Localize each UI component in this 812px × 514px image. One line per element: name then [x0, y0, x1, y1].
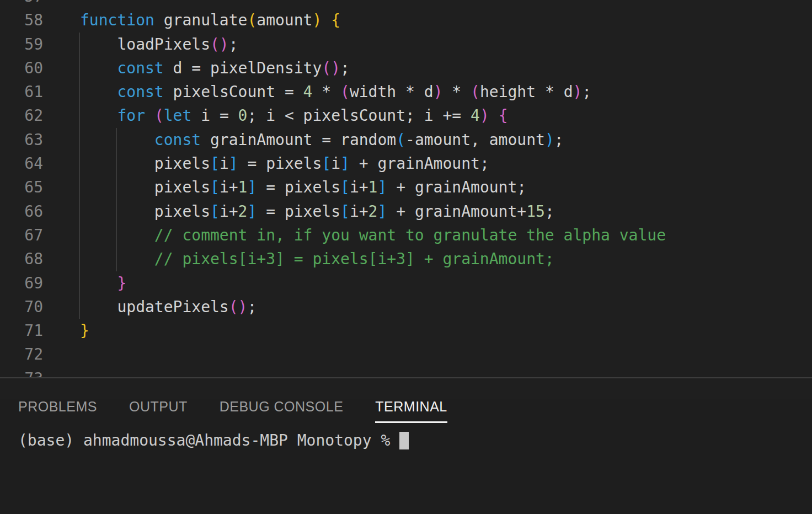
code-line: 59 loadPixels();: [0, 33, 812, 56]
code-line: 57: [0, 0, 812, 8]
code-line: 71}: [0, 319, 812, 342]
code-line-content: updatePixels();: [80, 295, 257, 319]
code-line: 66 pixels[i+2] = pixels[i+2] + grainAmou…: [0, 200, 812, 223]
tab-terminal[interactable]: TERMINAL: [375, 399, 447, 423]
line-number: 60: [0, 56, 43, 80]
line-number: 70: [0, 295, 43, 319]
line-number: 71: [0, 319, 43, 342]
code-line: 68 // pixels[i+3] = pixels[i+3] + grainA…: [0, 247, 812, 271]
code-line-content: const grainAmount = random(-amount, amou…: [80, 128, 564, 152]
line-number: 58: [0, 8, 43, 32]
code-line: 70 updatePixels();: [0, 295, 812, 319]
code-line: 63 const grainAmount = random(-amount, a…: [0, 128, 812, 152]
code-line-content: pixels[i+1] = pixels[i+1] + grainAmount;: [80, 175, 526, 199]
code-line-content: pixels[i+2] = pixels[i+2] + grainAmount+…: [80, 200, 554, 223]
code-line: 67 // comment in, if you want to granula…: [0, 223, 812, 247]
code-line-content: const d = pixelDensity();: [80, 56, 350, 80]
panel-divider[interactable]: [0, 377, 812, 378]
code-line: 73: [0, 367, 812, 377]
tab-problems[interactable]: PROBLEMS: [18, 399, 97, 423]
indent-guide: [79, 33, 80, 319]
line-number: 61: [0, 80, 43, 104]
code-line-content: loadPixels();: [80, 33, 238, 56]
code-line: 58function granulate(amount) {: [0, 8, 812, 32]
terminal[interactable]: (base) ahmadmoussa@Ahmads-MBP Monotopy %: [0, 432, 812, 449]
code-line-content: for (let i = 0; i < pixelsCount; i += 4)…: [80, 104, 507, 127]
line-number: 67: [0, 223, 43, 247]
panel-tabs: PROBLEMS OUTPUT DEBUG CONSOLE TERMINAL: [0, 399, 812, 423]
bottom-panel: PROBLEMS OUTPUT DEBUG CONSOLE TERMINAL (…: [0, 399, 812, 514]
line-number: 57: [0, 0, 43, 8]
code-line-content: // pixels[i+3] = pixels[i+3] + grainAmou…: [80, 247, 554, 271]
line-number: 68: [0, 247, 43, 271]
line-number: 65: [0, 175, 43, 199]
line-number: 69: [0, 271, 43, 295]
terminal-cursor: [399, 432, 409, 449]
tab-debug-console[interactable]: DEBUG CONSOLE: [220, 399, 344, 423]
terminal-prompt: (base) ahmadmoussa@Ahmads-MBP Monotopy %: [18, 432, 390, 449]
line-number: 63: [0, 128, 43, 152]
code-line: 62 for (let i = 0; i < pixelsCount; i +=…: [0, 104, 812, 127]
code-line-content: pixels[i] = pixels[i] + grainAmount;: [80, 152, 489, 175]
code-line-content: }: [80, 271, 126, 295]
code-line: 64 pixels[i] = pixels[i] + grainAmount;: [0, 152, 812, 175]
code-line-content: }: [80, 319, 89, 342]
code-line: 65 pixels[i+1] = pixels[i+1] + grainAmou…: [0, 175, 812, 199]
code-lines: 5758function granulate(amount) {59 loadP…: [0, 0, 812, 377]
code-line-content: function granulate(amount) {: [80, 8, 340, 32]
line-number: 72: [0, 342, 43, 366]
code-line: 72: [0, 342, 812, 366]
line-number: 62: [0, 104, 43, 127]
code-line-content: // comment in, if you want to granulate …: [80, 223, 666, 247]
indent-guide: [116, 128, 117, 271]
terminal-prompt-line: (base) ahmadmoussa@Ahmads-MBP Monotopy %: [18, 432, 812, 449]
line-number: 64: [0, 152, 43, 175]
code-line: 60 const d = pixelDensity();: [0, 56, 812, 80]
code-line-content: const pixelsCount = 4 * (width * d) * (h…: [80, 80, 591, 104]
code-editor[interactable]: 5758function granulate(amount) {59 loadP…: [0, 0, 812, 377]
line-number: 66: [0, 200, 43, 223]
tab-output[interactable]: OUTPUT: [129, 399, 188, 423]
code-line: 69 }: [0, 271, 812, 295]
line-number: 73: [0, 367, 43, 377]
code-line: 61 const pixelsCount = 4 * (width * d) *…: [0, 80, 812, 104]
line-number: 59: [0, 33, 43, 56]
